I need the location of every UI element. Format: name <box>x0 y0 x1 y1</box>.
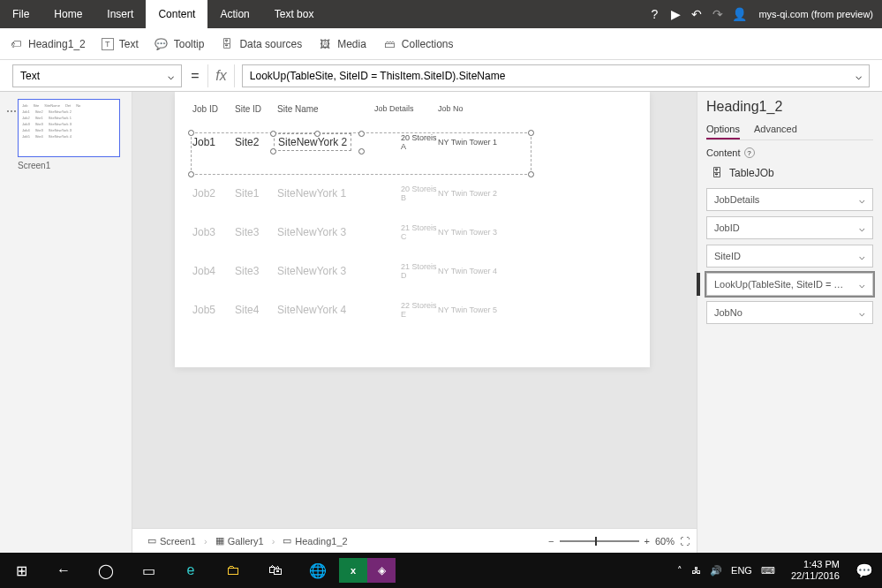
user-label: mys-qi.com (from preview) <box>750 9 882 19</box>
database-icon: 🗄 <box>712 167 722 179</box>
selected-label[interactable]: SiteNewYork 2 <box>277 136 366 148</box>
user-icon[interactable]: 👤 <box>728 7 750 21</box>
tab-file[interactable]: File <box>0 0 41 28</box>
back-button[interactable]: ← <box>42 553 85 588</box>
screen-thumbnail[interactable]: ⋯ JobSiteSiteNameDetNo Job1Site2SiteNewY… <box>18 99 120 157</box>
gallery-row[interactable]: Job5 Site4 SiteNewYork 4 22 Storeis E NY… <box>175 290 650 329</box>
title-bar: File Home Insert Content Action Text box… <box>0 0 882 28</box>
tab-insert[interactable]: Insert <box>94 0 146 28</box>
start-button[interactable]: ⊞ <box>0 553 42 588</box>
chevron-down-icon[interactable]: ⌵ <box>856 70 862 82</box>
tab-advanced[interactable]: Advanced <box>754 120 797 139</box>
equals-label: = <box>182 68 207 84</box>
ribbon-datasources[interactable]: 🗄 Data sources <box>220 37 302 51</box>
crumb-heading[interactable]: ▭ Heading1_2 <box>275 532 355 549</box>
ribbon: 🏷 Heading1_2 T Text 💬 Tooltip 🗄 Data sou… <box>0 28 882 60</box>
cortana-button[interactable]: ◯ <box>85 553 127 588</box>
info-icon[interactable]: ? <box>744 147 755 158</box>
app-screen[interactable]: Job ID Site ID Site Name Job Details Job… <box>175 92 650 367</box>
fit-icon[interactable]: ⛶ <box>680 536 690 547</box>
excel-icon[interactable]: x <box>339 558 367 583</box>
chevron-down-icon: ⌵ <box>859 279 865 290</box>
field-siteid[interactable]: SiteID ⌵ <box>706 245 873 268</box>
field-jobno[interactable]: JobNo ⌵ <box>706 301 873 324</box>
collections-icon: 🗃 <box>382 37 396 51</box>
field-jobdetails[interactable]: JobDetails ⌵ <box>706 188 873 211</box>
edge-icon[interactable]: e <box>170 553 212 588</box>
gallery-header: Job ID Site ID Site Name Job Details Job… <box>175 92 650 123</box>
tab-home[interactable]: Home <box>41 0 94 28</box>
play-icon[interactable]: ▶ <box>665 7 686 21</box>
notifications-icon[interactable]: 💬 <box>847 553 882 588</box>
gallery-icon: ▦ <box>215 535 224 547</box>
tag-icon: 🏷 <box>9 37 23 51</box>
tab-options[interactable]: Options <box>706 120 740 139</box>
ribbon-tooltip[interactable]: 💬 Tooltip <box>155 37 205 51</box>
fx-label: fx <box>207 64 234 87</box>
properties-pane: Heading1_2 Options Advanced Content ? 🗄 … <box>697 92 882 553</box>
ribbon-collections[interactable]: 🗃 Collections <box>382 37 454 51</box>
screen-icon: ▭ <box>147 535 156 547</box>
zoom-percent: 60% <box>655 536 675 547</box>
network-icon[interactable]: 🖧 <box>691 565 701 576</box>
taskview-button[interactable]: ▭ <box>127 553 170 588</box>
ribbon-text[interactable]: T Text <box>102 38 139 50</box>
store-icon[interactable]: 🛍 <box>254 553 297 588</box>
screen-thumb-label: Screen1 <box>18 161 124 170</box>
gallery-row[interactable]: Job4 Site3 SiteNewYork 3 21 Storeis D NY… <box>175 252 650 290</box>
chevron-down-icon: ⌵ <box>168 70 174 82</box>
lang-indicator[interactable]: ENG <box>731 565 752 576</box>
database-icon: 🗄 <box>220 37 234 51</box>
chevron-down-icon: ⌵ <box>859 307 865 319</box>
prop-title: Heading1_2 <box>706 99 873 115</box>
keyboard-icon[interactable]: ⌨ <box>761 565 775 577</box>
screens-pane: ⋯ JobSiteSiteNameDetNo Job1Site2SiteNewY… <box>0 92 132 553</box>
chevron-down-icon: ⌵ <box>859 222 865 234</box>
thumb-menu-icon[interactable]: ⋯ <box>6 105 17 117</box>
zoom-slider[interactable] <box>560 540 639 542</box>
field-lookup[interactable]: LookUp(TableSite, SiteID = ThisItem.Si..… <box>706 273 873 296</box>
ribbon-heading[interactable]: 🏷 Heading1_2 <box>9 37 86 51</box>
volume-icon[interactable]: 🔊 <box>710 565 722 577</box>
text-icon: T <box>102 38 114 50</box>
clock[interactable]: 1:43 PM 22/11/2016 <box>784 559 847 582</box>
explorer-icon[interactable]: 🗀 <box>212 553 254 588</box>
table-binding[interactable]: 🗄 TableJOb <box>712 167 873 179</box>
taskbar: ⊞ ← ◯ ▭ e 🗀 🛍 🌐 x ◈ ˄ 🖧 🔊 ENG ⌨ 1:43 PM … <box>0 553 882 588</box>
gallery-row[interactable]: Job2 Site1 SiteNewYork 1 20 Storeis B NY… <box>175 174 650 213</box>
zoom-out-button[interactable]: − <box>548 536 554 547</box>
chevron-down-icon: ⌵ <box>859 251 865 262</box>
tab-textbox[interactable]: Text box <box>262 0 327 28</box>
gallery-row[interactable]: Job1 Site2 SiteNewYork 2 20 Storeis A NY… <box>175 123 650 162</box>
canvas[interactable]: Job ID Site ID Site Name Job Details Job… <box>132 92 697 553</box>
property-select[interactable]: Text ⌵ <box>12 64 182 87</box>
formula-input[interactable]: LookUp(TableSite, SiteID = ThisItem.Site… <box>242 64 870 87</box>
formula-bar: Text ⌵ = fx LookUp(TableSite, SiteID = T… <box>0 60 882 92</box>
zoom-in-button[interactable]: + <box>645 536 650 547</box>
label-icon: ▭ <box>283 535 291 547</box>
tooltip-icon: 💬 <box>155 37 169 51</box>
crumb-gallery[interactable]: ▦ Gallery1 <box>207 532 272 549</box>
gallery-row[interactable]: Job3 Site3 SiteNewYork 3 21 Storeis C NY… <box>175 213 650 252</box>
media-icon: 🖼 <box>318 37 332 51</box>
help-icon[interactable]: ? <box>644 7 665 21</box>
undo-icon[interactable]: ↶ <box>686 7 707 21</box>
chrome-icon[interactable]: 🌐 <box>297 553 339 588</box>
crumb-screen[interactable]: ▭ Screen1 <box>139 532 204 549</box>
tab-content[interactable]: Content <box>146 0 207 28</box>
chevron-down-icon: ⌵ <box>859 194 865 206</box>
redo-icon[interactable]: ↷ <box>707 7 728 21</box>
ribbon-media[interactable]: 🖼 Media <box>318 37 366 51</box>
tray-up-icon[interactable]: ˄ <box>677 565 682 577</box>
content-label: Content ? <box>706 147 873 158</box>
tab-action[interactable]: Action <box>207 0 261 28</box>
status-bar: ▭ Screen1 › ▦ Gallery1 › ▭ Heading1_2 − … <box>132 528 697 553</box>
field-jobid[interactable]: JobID ⌵ <box>706 216 873 239</box>
powerapps-icon[interactable]: ◈ <box>367 558 396 583</box>
